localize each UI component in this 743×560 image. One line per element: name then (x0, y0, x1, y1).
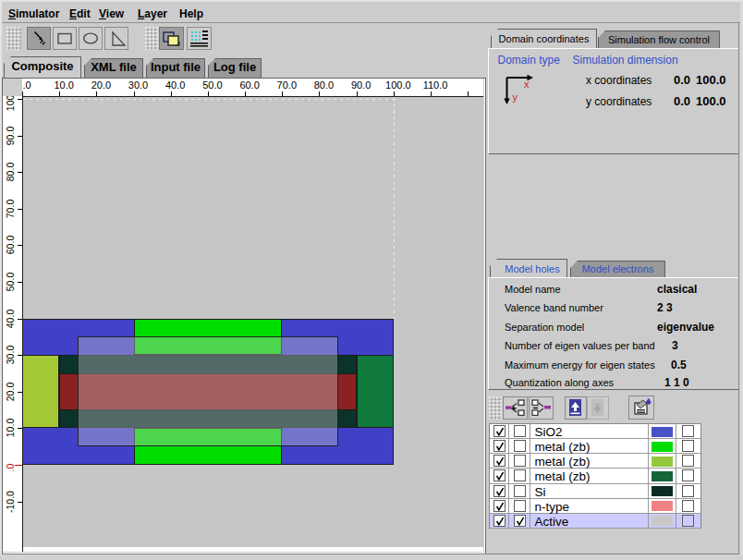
svg-text:x: x (524, 79, 530, 90)
svg-text:y: y (513, 91, 518, 103)
